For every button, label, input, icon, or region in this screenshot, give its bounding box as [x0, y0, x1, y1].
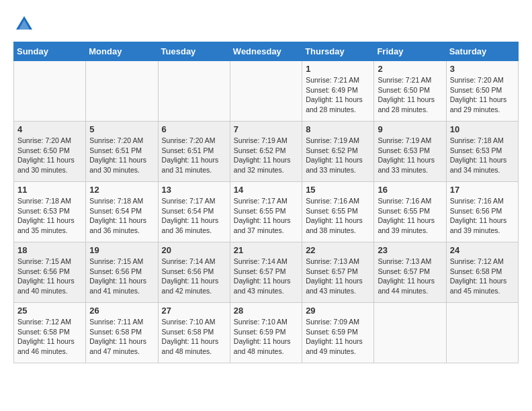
day-number: 27 — [162, 306, 226, 316]
day-number: 11 — [17, 185, 82, 195]
calendar-cell: 26Sunrise: 7:11 AMSunset: 6:58 PMDayligh… — [86, 303, 158, 363]
day-info: Sunrise: 7:19 AMSunset: 6:53 PMDaylight:… — [378, 136, 442, 175]
day-number: 13 — [162, 185, 226, 195]
day-number: 19 — [89, 245, 154, 255]
day-info: Sunrise: 7:12 AMSunset: 6:58 PMDaylight:… — [450, 257, 515, 296]
calendar-cell: 6Sunrise: 7:20 AMSunset: 6:51 PMDaylight… — [158, 122, 230, 182]
day-info: Sunrise: 7:15 AMSunset: 6:56 PMDaylight:… — [17, 257, 82, 296]
week-row-4: 18Sunrise: 7:15 AMSunset: 6:56 PMDayligh… — [14, 242, 519, 303]
day-number: 12 — [89, 185, 154, 195]
calendar-cell — [158, 61, 230, 122]
day-number: 17 — [450, 185, 515, 195]
day-number: 6 — [162, 124, 226, 134]
day-info: Sunrise: 7:18 AMSunset: 6:53 PMDaylight:… — [450, 136, 515, 175]
day-info: Sunrise: 7:10 AMSunset: 6:59 PMDaylight:… — [234, 317, 298, 357]
calendar-cell: 17Sunrise: 7:16 AMSunset: 6:56 PMDayligh… — [446, 182, 518, 242]
day-number: 10 — [450, 124, 515, 134]
day-header-friday: Friday — [374, 42, 446, 61]
day-info: Sunrise: 7:19 AMSunset: 6:52 PMDaylight:… — [234, 136, 298, 175]
calendar-cell — [374, 303, 446, 363]
day-info: Sunrise: 7:13 AMSunset: 6:57 PMDaylight:… — [306, 257, 370, 296]
day-info: Sunrise: 7:13 AMSunset: 6:57 PMDaylight:… — [378, 257, 442, 296]
day-number: 14 — [234, 185, 298, 195]
day-info: Sunrise: 7:11 AMSunset: 6:58 PMDaylight:… — [89, 317, 154, 357]
calendar-cell: 7Sunrise: 7:19 AMSunset: 6:52 PMDaylight… — [230, 122, 302, 182]
calendar-cell: 9Sunrise: 7:19 AMSunset: 6:53 PMDaylight… — [374, 122, 446, 182]
day-number: 8 — [306, 124, 370, 134]
day-number: 3 — [450, 64, 515, 74]
calendar-cell: 14Sunrise: 7:17 AMSunset: 6:55 PMDayligh… — [230, 182, 302, 242]
day-info: Sunrise: 7:20 AMSunset: 6:51 PMDaylight:… — [162, 136, 226, 175]
calendar-cell: 24Sunrise: 7:12 AMSunset: 6:58 PMDayligh… — [446, 242, 518, 303]
calendar-cell: 4Sunrise: 7:20 AMSunset: 6:50 PMDaylight… — [14, 122, 86, 182]
header-row: SundayMondayTuesdayWednesdayThursdayFrid… — [14, 42, 519, 61]
calendar-cell: 23Sunrise: 7:13 AMSunset: 6:57 PMDayligh… — [374, 242, 446, 303]
calendar-cell: 11Sunrise: 7:18 AMSunset: 6:53 PMDayligh… — [14, 182, 86, 242]
day-info: Sunrise: 7:14 AMSunset: 6:57 PMDaylight:… — [234, 257, 298, 296]
day-number: 5 — [89, 124, 154, 134]
calendar-cell: 12Sunrise: 7:18 AMSunset: 6:54 PMDayligh… — [86, 182, 158, 242]
calendar-cell: 8Sunrise: 7:19 AMSunset: 6:52 PMDaylight… — [302, 122, 374, 182]
day-info: Sunrise: 7:12 AMSunset: 6:58 PMDaylight:… — [17, 317, 82, 357]
day-number: 23 — [378, 245, 442, 255]
calendar-cell: 10Sunrise: 7:18 AMSunset: 6:53 PMDayligh… — [446, 122, 518, 182]
calendar-cell: 13Sunrise: 7:17 AMSunset: 6:54 PMDayligh… — [158, 182, 230, 242]
calendar-cell: 16Sunrise: 7:16 AMSunset: 6:55 PMDayligh… — [374, 182, 446, 242]
day-info: Sunrise: 7:21 AMSunset: 6:50 PMDaylight:… — [378, 75, 442, 115]
calendar-table: SundayMondayTuesdayWednesdayThursdayFrid… — [13, 42, 519, 363]
day-number: 26 — [89, 306, 154, 316]
week-row-5: 25Sunrise: 7:12 AMSunset: 6:58 PMDayligh… — [14, 303, 519, 363]
day-number: 9 — [378, 124, 442, 134]
calendar-cell — [14, 61, 86, 122]
calendar-cell — [230, 61, 302, 122]
calendar-cell: 18Sunrise: 7:15 AMSunset: 6:56 PMDayligh… — [14, 242, 86, 303]
calendar-cell: 22Sunrise: 7:13 AMSunset: 6:57 PMDayligh… — [302, 242, 374, 303]
logo — [13, 13, 38, 35]
day-info: Sunrise: 7:19 AMSunset: 6:52 PMDaylight:… — [306, 136, 370, 175]
day-info: Sunrise: 7:17 AMSunset: 6:55 PMDaylight:… — [234, 196, 298, 236]
calendar-cell: 15Sunrise: 7:16 AMSunset: 6:55 PMDayligh… — [302, 182, 374, 242]
day-number: 29 — [306, 306, 370, 316]
calendar-cell: 5Sunrise: 7:20 AMSunset: 6:51 PMDaylight… — [86, 122, 158, 182]
day-number: 18 — [17, 245, 82, 255]
day-info: Sunrise: 7:14 AMSunset: 6:56 PMDaylight:… — [162, 257, 226, 296]
calendar-cell: 25Sunrise: 7:12 AMSunset: 6:58 PMDayligh… — [14, 303, 86, 363]
day-number: 21 — [234, 245, 298, 255]
calendar-cell: 19Sunrise: 7:15 AMSunset: 6:56 PMDayligh… — [86, 242, 158, 303]
calendar-cell: 3Sunrise: 7:20 AMSunset: 6:50 PMDaylight… — [446, 61, 518, 122]
day-header-saturday: Saturday — [446, 42, 518, 61]
day-info: Sunrise: 7:20 AMSunset: 6:50 PMDaylight:… — [17, 136, 82, 175]
calendar-cell: 27Sunrise: 7:10 AMSunset: 6:58 PMDayligh… — [158, 303, 230, 363]
logo-icon — [13, 13, 35, 35]
day-header-wednesday: Wednesday — [230, 42, 302, 61]
day-info: Sunrise: 7:20 AMSunset: 6:50 PMDaylight:… — [450, 75, 515, 115]
day-number: 15 — [306, 185, 370, 195]
day-number: 7 — [234, 124, 298, 134]
day-info: Sunrise: 7:16 AMSunset: 6:55 PMDaylight:… — [378, 196, 442, 236]
day-info: Sunrise: 7:09 AMSunset: 6:59 PMDaylight:… — [306, 317, 370, 357]
day-header-tuesday: Tuesday — [158, 42, 230, 61]
day-number: 2 — [378, 64, 442, 74]
day-info: Sunrise: 7:21 AMSunset: 6:49 PMDaylight:… — [306, 75, 370, 115]
calendar-cell: 29Sunrise: 7:09 AMSunset: 6:59 PMDayligh… — [302, 303, 374, 363]
day-info: Sunrise: 7:15 AMSunset: 6:56 PMDaylight:… — [89, 257, 154, 296]
day-info: Sunrise: 7:18 AMSunset: 6:53 PMDaylight:… — [17, 196, 82, 236]
day-number: 25 — [17, 306, 82, 316]
day-number: 22 — [306, 245, 370, 255]
calendar-cell: 1Sunrise: 7:21 AMSunset: 6:49 PMDaylight… — [302, 61, 374, 122]
day-header-thursday: Thursday — [302, 42, 374, 61]
day-number: 16 — [378, 185, 442, 195]
week-row-2: 4Sunrise: 7:20 AMSunset: 6:50 PMDaylight… — [14, 122, 519, 182]
calendar-cell: 21Sunrise: 7:14 AMSunset: 6:57 PMDayligh… — [230, 242, 302, 303]
calendar-cell — [86, 61, 158, 122]
calendar-cell: 20Sunrise: 7:14 AMSunset: 6:56 PMDayligh… — [158, 242, 230, 303]
page-header — [13, 13, 519, 35]
week-row-1: 1Sunrise: 7:21 AMSunset: 6:49 PMDaylight… — [14, 61, 519, 122]
day-info: Sunrise: 7:17 AMSunset: 6:54 PMDaylight:… — [162, 196, 226, 236]
calendar-cell: 28Sunrise: 7:10 AMSunset: 6:59 PMDayligh… — [230, 303, 302, 363]
week-row-3: 11Sunrise: 7:18 AMSunset: 6:53 PMDayligh… — [14, 182, 519, 242]
day-number: 20 — [162, 245, 226, 255]
day-header-sunday: Sunday — [14, 42, 86, 61]
day-info: Sunrise: 7:20 AMSunset: 6:51 PMDaylight:… — [89, 136, 154, 175]
day-info: Sunrise: 7:18 AMSunset: 6:54 PMDaylight:… — [89, 196, 154, 236]
